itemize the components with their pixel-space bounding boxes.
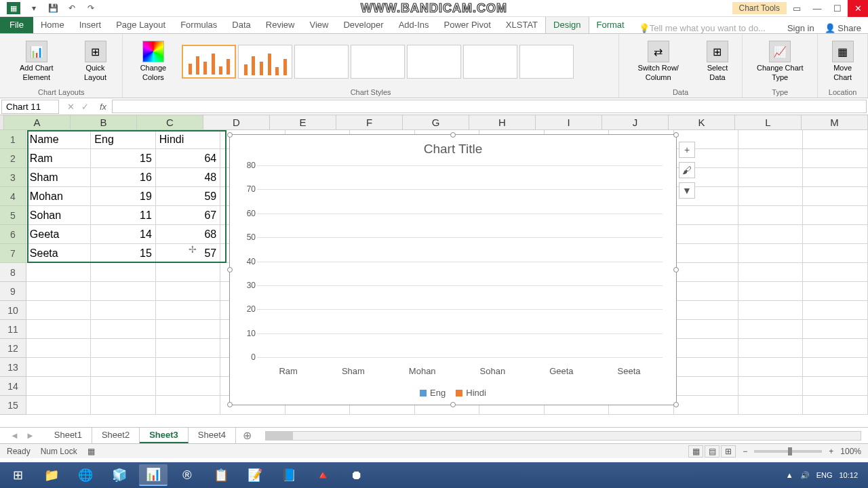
row-header-15[interactable]: 15 — [0, 396, 26, 415]
cell-C11[interactable] — [156, 320, 220, 339]
zoom-out-icon[interactable]: − — [743, 447, 747, 456]
tab-power-pivot[interactable]: Power Pivot — [436, 16, 498, 33]
chart-title[interactable]: Chart Title — [230, 135, 676, 163]
tell-me-search[interactable]: 💡 Tell me what you want to do... — [632, 23, 787, 33]
column-header-b[interactable]: B — [71, 115, 137, 129]
cell-B6[interactable]: 14 — [91, 225, 155, 244]
sheet-tab-sheet4[interactable]: Sheet4 — [189, 428, 236, 443]
column-header-l[interactable]: L — [735, 115, 802, 129]
macro-record-icon[interactable]: ▦ — [87, 447, 95, 456]
name-box[interactable] — [1, 100, 59, 114]
cell-L14[interactable] — [738, 377, 803, 396]
cell-B2[interactable]: 15 — [91, 149, 155, 168]
bandicam-icon[interactable]: ⏺ — [342, 464, 371, 486]
tab-view[interactable]: View — [302, 16, 336, 33]
cell-A15[interactable] — [26, 396, 91, 415]
row-header-11[interactable]: 11 — [0, 320, 26, 339]
row-header-9[interactable]: 9 — [0, 282, 26, 301]
cell-K6[interactable] — [674, 225, 738, 244]
cell-K9[interactable] — [674, 282, 738, 301]
tab-file[interactable]: File — [0, 16, 33, 33]
cell-A14[interactable] — [26, 377, 91, 396]
row-header-13[interactable]: 13 — [0, 358, 26, 377]
cell-M9[interactable] — [803, 282, 867, 301]
cell-K11[interactable] — [674, 320, 738, 339]
minimize-icon[interactable]: — — [807, 0, 827, 17]
tab-data[interactable]: Data — [224, 16, 258, 33]
move-chart-button[interactable]: ▦Move Chart — [821, 39, 864, 83]
row-header-2[interactable]: 2 — [0, 149, 26, 168]
column-header-d[interactable]: D — [203, 115, 270, 129]
cell-M6[interactable] — [803, 225, 867, 244]
column-header-m[interactable]: M — [802, 115, 868, 129]
cell-L1[interactable] — [738, 130, 803, 149]
cell-A1[interactable]: Name — [26, 130, 91, 149]
cell-C2[interactable]: 64 — [156, 149, 220, 168]
chart-style-6[interactable] — [463, 45, 517, 79]
cell-B10[interactable] — [91, 301, 155, 320]
cell-A2[interactable]: Ram — [26, 149, 91, 168]
row-header-8[interactable]: 8 — [0, 263, 26, 282]
chart-style-4[interactable] — [351, 45, 405, 79]
cell-L15[interactable] — [738, 396, 803, 415]
cell-A3[interactable]: Sham — [26, 168, 91, 187]
page-layout-view-icon[interactable]: ▤ — [705, 445, 719, 458]
chart-style-5[interactable] — [407, 45, 461, 79]
plot-area[interactable]: 01020304050607080 — [257, 165, 663, 357]
cell-L7[interactable] — [738, 244, 803, 263]
column-header-h[interactable]: H — [469, 115, 536, 129]
cell-B8[interactable] — [91, 263, 155, 282]
row-header-3[interactable]: 3 — [0, 168, 26, 187]
cell-L4[interactable] — [738, 187, 803, 206]
cell-C15[interactable] — [156, 396, 220, 415]
chrome-icon[interactable]: 🌐 — [71, 464, 100, 486]
cell-M11[interactable] — [803, 320, 867, 339]
cell-A8[interactable] — [26, 263, 91, 282]
cell-M4[interactable] — [803, 187, 867, 206]
app-icon-2[interactable]: ® — [173, 464, 201, 486]
cell-A11[interactable] — [26, 320, 91, 339]
cell-L3[interactable] — [738, 168, 803, 187]
cell-B14[interactable] — [91, 377, 155, 396]
cell-A7[interactable]: Seeta — [26, 244, 91, 263]
sheet-tab-sheet3[interactable]: Sheet3 — [140, 428, 189, 443]
sheet-tab-sheet2[interactable]: Sheet2 — [92, 428, 140, 443]
cell-M10[interactable] — [803, 301, 867, 320]
cell-A10[interactable] — [26, 301, 91, 320]
legend-item-hindi[interactable]: Hindi — [456, 388, 486, 398]
cell-C13[interactable] — [156, 358, 220, 377]
word-icon[interactable]: 📝 — [241, 464, 269, 486]
tray-time[interactable]: 10:12 — [839, 471, 858, 479]
cell-L2[interactable] — [738, 149, 803, 168]
cell-K14[interactable] — [674, 377, 738, 396]
formula-input[interactable] — [112, 100, 867, 113]
cell-C3[interactable]: 48 — [156, 168, 220, 187]
start-button[interactable]: ⊞ — [3, 464, 32, 486]
share-button[interactable]: 👤 Share — [825, 23, 861, 33]
chart-object[interactable]: Chart Title 01020304050607080 RamShamMoh… — [229, 134, 677, 405]
row-header-6[interactable]: 6 — [0, 225, 26, 244]
cell-A4[interactable]: Mohan — [26, 187, 91, 206]
chart-styles-button[interactable]: 🖌 — [679, 162, 695, 178]
tab-format[interactable]: Format — [589, 16, 632, 33]
quick-layout-button[interactable]: ⊞Quick Layout — [72, 39, 119, 83]
chart-style-2[interactable] — [238, 45, 292, 79]
cell-A6[interactable]: Geeta — [26, 225, 91, 244]
cell-C6[interactable]: 68 — [156, 225, 220, 244]
cell-B1[interactable]: Eng — [91, 130, 155, 149]
add-sheet-button[interactable]: ⊕ — [236, 429, 258, 442]
cell-M3[interactable] — [803, 168, 867, 187]
cell-A5[interactable]: Sohan — [26, 206, 91, 225]
chart-style-gallery[interactable] — [182, 45, 614, 79]
cell-B9[interactable] — [91, 282, 155, 301]
column-header-i[interactable]: I — [536, 115, 602, 129]
switch-row-column-button[interactable]: ⇄Switch Row/ Column — [623, 39, 694, 83]
cell-A9[interactable] — [26, 282, 91, 301]
normal-view-icon[interactable]: ▦ — [688, 445, 703, 458]
cell-C9[interactable] — [156, 282, 220, 301]
tab-insert[interactable]: Insert — [72, 16, 109, 33]
cell-B3[interactable]: 16 — [91, 168, 155, 187]
cell-B13[interactable] — [91, 358, 155, 377]
cell-L12[interactable] — [738, 339, 803, 358]
row-header-5[interactable]: 5 — [0, 206, 26, 225]
